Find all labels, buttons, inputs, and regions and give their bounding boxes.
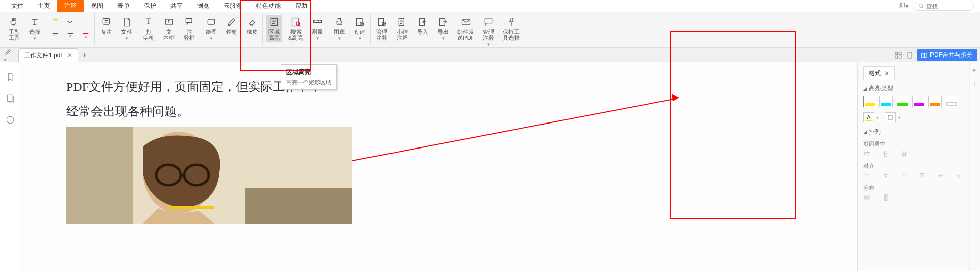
document-tab[interactable]: 工作文件1.pdf ✕ (18, 48, 78, 62)
export-label: 导出 (437, 29, 449, 35)
menu-browse[interactable]: 浏览 (190, 0, 216, 12)
align-right-icon[interactable] (900, 172, 909, 180)
workspace: 区域高亮 高亮一个矩形区域 PDF文件方便好用，页面固定，但实际工作中， 经常会… (0, 62, 980, 271)
swatch-orange[interactable] (928, 96, 942, 107)
close-panel-icon[interactable]: ✕ (884, 70, 889, 77)
search-input[interactable] (926, 3, 967, 9)
file-attach-button[interactable]: 文件▼ (118, 15, 135, 43)
comment-icon[interactable] (6, 115, 15, 125)
merge-btn-label: PDF合并与拆分 (930, 51, 973, 59)
export-button[interactable]: 导出▼ (435, 15, 451, 43)
document-tab-label: 工作文件1.pdf (24, 51, 62, 60)
eraser-button[interactable]: 橡皮 (244, 15, 260, 36)
menu-cloud[interactable]: 云服务 (216, 0, 249, 12)
center-page-label: 页面居中 (863, 140, 964, 148)
svg-rect-23 (922, 53, 924, 57)
menu-file[interactable]: 文件 (4, 0, 31, 12)
collapse-panel-icon[interactable]: ▸ (973, 66, 976, 73)
hand-tool-button[interactable]: 手型 工具 (6, 15, 22, 42)
pin-icon (506, 16, 517, 28)
new-tab-button[interactable]: + (82, 51, 87, 60)
menu-annotate[interactable]: 注释 (57, 0, 84, 12)
align-top-icon[interactable] (918, 172, 927, 180)
edit-mode-icon[interactable]: ▾ (4, 47, 14, 63)
callout-button[interactable]: 注 释框 (181, 15, 198, 42)
menu-help[interactable]: 帮助 (288, 0, 314, 12)
menu-protect[interactable]: 保护 (137, 0, 163, 12)
panel-menu-icon[interactable]: ⋮ (972, 81, 978, 88)
mail-pdf-button[interactable]: 邮件发 送PDF (455, 15, 476, 42)
distribute-v-icon[interactable] (881, 194, 891, 202)
import-button[interactable]: 导入 (414, 15, 431, 36)
bookmark-icon[interactable] (6, 72, 15, 82)
align-left-icon[interactable] (863, 172, 872, 180)
search-highlight-button[interactable]: 搜索 &高亮 (286, 15, 305, 42)
measure-button[interactable]: 测量▼ (309, 15, 326, 43)
summary-icon (397, 16, 408, 28)
highlight-mini-button[interactable] (48, 15, 62, 28)
svg-rect-24 (925, 53, 927, 57)
menu-home[interactable]: 主页 (31, 0, 57, 12)
format-tab[interactable]: 格式 ✕ (863, 66, 895, 80)
language-icon[interactable]: 㕁▾ (899, 2, 909, 10)
document-viewport[interactable]: 区域高亮 高亮一个矩形区域 PDF文件方便好用，页面固定，但实际工作中， 经常会… (20, 62, 857, 271)
svg-rect-32 (168, 206, 214, 209)
grid-view-icon[interactable] (894, 51, 902, 59)
keep-tool-button[interactable]: 保持工 具选择 (501, 15, 522, 42)
replace-mini-button[interactable] (79, 30, 92, 42)
center-both-icon[interactable] (900, 150, 909, 158)
align-middle-icon[interactable] (937, 172, 946, 180)
swatch-white[interactable] (945, 96, 958, 107)
swatch-cyan[interactable] (879, 96, 893, 107)
center-h-icon[interactable] (863, 150, 872, 158)
underline-mini-button[interactable] (79, 15, 92, 28)
svg-rect-43 (884, 197, 887, 198)
svg-rect-18 (895, 52, 898, 55)
menu-features[interactable]: 特色功能 (249, 0, 288, 12)
pdf-merge-split-button[interactable]: PDF合并与拆分 (917, 49, 977, 61)
svg-rect-25 (7, 95, 12, 101)
center-v-icon[interactable] (881, 150, 891, 158)
search-box[interactable] (913, 2, 974, 11)
pencil-icon (226, 16, 237, 28)
manage-tools-button[interactable]: 管理 注释▼ (480, 15, 497, 49)
text-highlight-style[interactable]: A▾ (863, 112, 874, 122)
pages-icon[interactable] (6, 94, 15, 103)
distribute-h-icon[interactable] (863, 194, 872, 202)
format-tab-label: 格式 (869, 69, 881, 78)
fill-style[interactable]: ▾ (885, 112, 896, 122)
page-view-icon[interactable] (905, 51, 914, 59)
ribbon-toolbar: 手型 工具 选择▼ 备注 文件▼ 打 字机 (0, 12, 980, 48)
draw-label: 绘图 (206, 29, 217, 35)
menu-view[interactable]: 视图 (84, 0, 110, 12)
callout-label: 注 释框 (184, 29, 195, 41)
stamp-button[interactable]: 图章▼ (331, 15, 348, 43)
typewriter-button[interactable]: 打 字机 (140, 15, 157, 42)
swatch-magenta[interactable] (912, 96, 925, 107)
create-button[interactable]: 创建▼ (352, 15, 368, 43)
align-bottom-icon[interactable] (955, 172, 964, 180)
svg-rect-33 (245, 188, 352, 224)
draw-button[interactable]: 绘图▼ (203, 15, 219, 43)
select-tool-button[interactable]: 选择▼ (27, 15, 43, 43)
note-button[interactable]: 备注 (98, 15, 114, 36)
file-label: 文件 (121, 29, 132, 35)
strikeout-mini-button[interactable] (48, 30, 62, 42)
menu-form[interactable]: 表单 (110, 0, 137, 12)
highlight-swatches (863, 96, 964, 107)
swatch-green[interactable] (896, 96, 909, 107)
svg-rect-12 (379, 18, 384, 25)
summary-notes-button[interactable]: 小结 注释 (394, 15, 410, 42)
swatch-yellow[interactable] (863, 96, 876, 107)
squiggly-mini-button[interactable] (64, 15, 77, 28)
menu-share[interactable]: 共享 (163, 0, 190, 12)
caret-mini-button[interactable] (64, 30, 77, 42)
align-center-h-icon[interactable] (881, 172, 891, 180)
manage-notes-button[interactable]: 管理 注释 (374, 15, 390, 42)
area-highlight-button[interactable]: 区域 高亮 (266, 15, 282, 42)
textbox-button[interactable]: 文 本框 (161, 15, 177, 42)
close-tab-icon[interactable]: ✕ (67, 52, 72, 59)
document-tabbar: ▾ 工作文件1.pdf ✕ + PDF合并与拆分 (0, 48, 980, 62)
pencil-button[interactable]: 铅笔 (224, 15, 240, 36)
left-sidebar (0, 62, 20, 271)
